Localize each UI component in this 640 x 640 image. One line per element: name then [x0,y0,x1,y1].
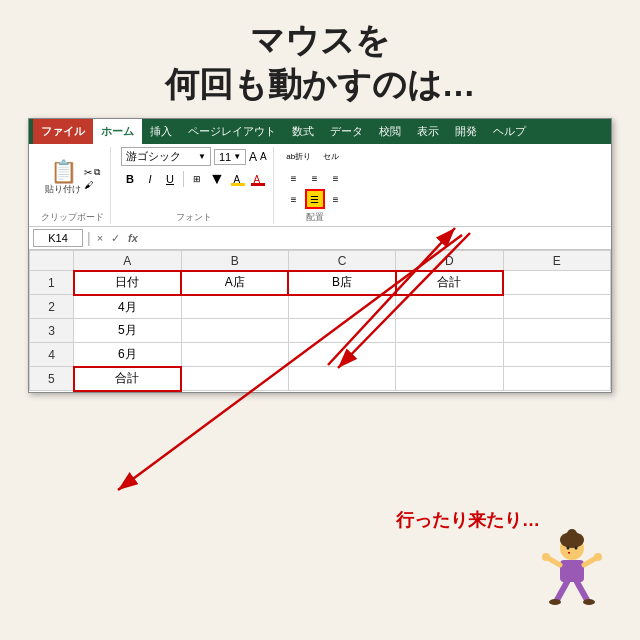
svg-line-7 [548,558,560,565]
ribbon-tab-データ[interactable]: データ [322,119,371,144]
svg-point-13 [549,599,561,605]
ribbon-tab-ホーム[interactable]: ホーム [93,119,142,144]
col-header-b[interactable]: B [181,251,288,271]
font-dropdown-icon: ▼ [198,152,206,161]
align-middle-left-button[interactable]: ≡ [284,189,304,209]
paste-label: 貼り付け [45,183,81,196]
align-middle-right-button[interactable]: ≡ [326,189,346,209]
bold-button[interactable]: B [121,170,139,188]
formula-icons: × ✓ fx [95,232,140,245]
spreadsheet: A B C D E 1日付A店B店合計24月35月46月5合計 [29,250,611,392]
ribbon-tab-表示[interactable]: 表示 [409,119,447,144]
cell-r1c1[interactable]: 日付 [74,271,181,295]
italic-button[interactable]: I [141,170,159,188]
excel-window: ファイルホーム挿入ページレイアウト数式データ校閲表示開発ヘルプ 📋 貼り付け ✂… [28,118,612,393]
font-format-row: B I U ⊞ ▼ A A [121,170,266,188]
col-header-c[interactable]: C [288,251,395,271]
border-button[interactable]: ⊞ [188,170,206,188]
svg-point-4 [575,547,578,550]
paste-button[interactable]: 📋 貼り付け [45,161,81,196]
cell-r5c2[interactable] [181,367,288,391]
align-top-right-button[interactable]: ≡ [326,168,346,188]
formula-input[interactable] [144,231,607,245]
border-dropdown[interactable]: ▼ [209,170,225,188]
fill-color-button[interactable]: A [228,170,246,188]
ribbon-tab-開発[interactable]: 開発 [447,119,485,144]
spreadsheet-table: A B C D E 1日付A店B店合計24月35月46月5合計 [29,250,611,392]
col-header-a[interactable]: A [74,251,181,271]
ribbon-tab-校閲[interactable]: 校閲 [371,119,409,144]
ribbon-tabs: ファイルホーム挿入ページレイアウト数式データ校閲表示開発ヘルプ [29,119,611,144]
cancel-icon[interactable]: × [95,232,105,244]
fill-color-bar [231,183,245,186]
cell-r5c1[interactable]: 合計 [74,367,181,391]
col-header-d[interactable]: D [396,251,503,271]
align-top-left-button[interactable]: ≡ [284,168,304,188]
cell-reference-box[interactable]: K14 [33,229,83,247]
font-decrease-icon[interactable]: A [260,151,267,162]
row-header-3: 3 [30,319,74,343]
cell-r4c3[interactable] [288,343,395,367]
cell-r2c2[interactable] [181,295,288,319]
cell-r1c4[interactable]: 合計 [396,271,503,295]
clipboard-label: クリップボード [41,211,104,224]
ribbon-body: 📋 貼り付け ✂ ⧉ 🖌 クリップボード 游ゴシック [29,144,611,227]
svg-point-10 [594,553,602,561]
row-header-1: 1 [30,271,74,295]
confirm-icon[interactable]: ✓ [109,232,122,245]
ribbon-tab-ページレイアウト[interactable]: ページレイアウト [180,119,284,144]
cell-r2c4[interactable] [396,295,503,319]
svg-point-14 [583,599,595,605]
function-icon[interactable]: fx [126,232,140,244]
cell-r4c4[interactable] [396,343,503,367]
ribbon-tab-ファイル[interactable]: ファイル [33,119,93,144]
ribbon-tab-ヘルプ[interactable]: ヘルプ [485,119,534,144]
cell-r3c4[interactable] [396,319,503,343]
cell-r3c5[interactable] [503,319,610,343]
font-color-bar [251,183,265,186]
cell-r5c3[interactable] [288,367,395,391]
underline-button[interactable]: U [161,170,179,188]
cell-r1c2[interactable]: A店 [181,271,288,295]
font-increase-icon[interactable]: A [249,150,257,164]
cell-r5c4[interactable] [396,367,503,391]
clipboard-content: 📋 貼り付け ✂ ⧉ 🖌 [45,147,100,209]
font-size-dropdown-icon: ▼ [233,152,241,161]
col-header-e[interactable]: E [503,251,610,271]
wrap-text-button[interactable]: ab折り [284,147,314,165]
format-painter-icon[interactable]: 🖌 [84,180,100,190]
spreadsheet-row-1: 1日付A店B店合計 [30,271,611,295]
cut-icon[interactable]: ✂ [84,167,92,178]
cell-r3c3[interactable] [288,319,395,343]
cell-r1c5[interactable] [503,271,610,295]
ribbon-tab-数式[interactable]: 数式 [284,119,322,144]
svg-rect-5 [568,552,570,554]
font-size-selector[interactable]: 11 ▼ [214,149,246,165]
cell-r4c2[interactable] [181,343,288,367]
ribbon-tab-挿入[interactable]: 挿入 [142,119,180,144]
cell-r4c5[interactable] [503,343,610,367]
cell-r2c1[interactable]: 4月 [74,295,181,319]
align-top-center-button[interactable]: ≡ [305,168,325,188]
cell-r5c5[interactable] [503,367,610,391]
cell-r1c3[interactable]: B店 [288,271,395,295]
font-name-selector[interactable]: 游ゴシック ▼ [121,147,211,166]
formula-bar: K14 | × ✓ fx [29,227,611,250]
character-figure [532,520,612,620]
alignment-buttons: ≡ ≡ ≡ ≡ ☰ ≡ [284,168,346,209]
cell-r2c5[interactable] [503,295,610,319]
row-header-2: 2 [30,295,74,319]
title-line2: 何回も動かすのは… [165,65,476,103]
align-center-button[interactable]: ☰ [305,189,325,209]
row-header-5: 5 [30,367,74,391]
font-selector-row: 游ゴシック ▼ 11 ▼ A A [121,147,267,166]
font-color-button[interactable]: A [248,170,266,188]
spreadsheet-row-2: 24月 [30,295,611,319]
merge-cells-button[interactable]: セル [316,147,346,165]
cell-r4c1[interactable]: 6月 [74,343,181,367]
copy-icon[interactable]: ⧉ [94,167,100,178]
cell-r2c3[interactable] [288,295,395,319]
cell-r3c2[interactable] [181,319,288,343]
cell-r3c1[interactable]: 5月 [74,319,181,343]
svg-rect-6 [560,560,584,582]
